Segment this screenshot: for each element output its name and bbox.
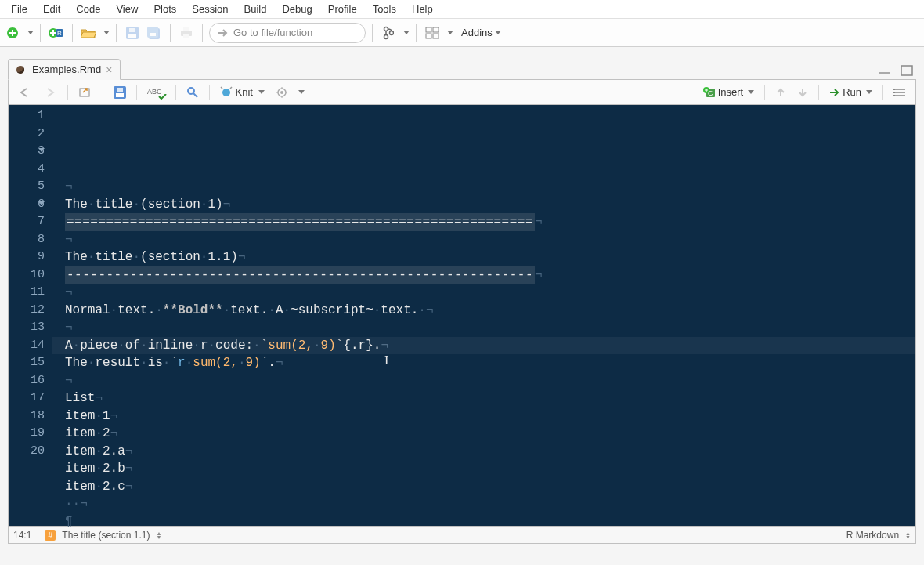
close-tab-icon[interactable]: ×: [106, 64, 112, 75]
svg-rect-2: [9, 32, 16, 34]
nav-forward-button[interactable]: [40, 84, 60, 101]
file-type-label[interactable]: R Markdown: [846, 530, 899, 541]
line-number[interactable]: 9: [9, 248, 45, 266]
line-number[interactable]: 15: [9, 354, 45, 372]
outline-updown-icon[interactable]: ▲▼: [156, 531, 161, 539]
run-prev-chunks-button[interactable]: [772, 84, 789, 101]
code-line[interactable]: ========================================…: [65, 213, 915, 231]
code-line[interactable]: ¬: [65, 178, 915, 196]
goto-file-function-input[interactable]: Go to file/function: [209, 23, 366, 43]
save-all-button[interactable]: [145, 24, 164, 42]
menu-file[interactable]: File: [3, 2, 35, 16]
find-replace-button[interactable]: [183, 84, 202, 101]
new-file-dropdown-icon[interactable]: [27, 31, 34, 34]
panes-dropdown-icon[interactable]: [447, 31, 453, 34]
line-number[interactable]: 4: [9, 161, 45, 179]
open-recent-dropdown-icon[interactable]: [103, 31, 110, 34]
svg-rect-26: [80, 89, 89, 96]
insert-chunk-button[interactable]: C Insert: [700, 84, 758, 101]
line-number[interactable]: 5: [9, 178, 45, 196]
outline-current-section[interactable]: The title (section 1.1): [62, 530, 150, 541]
menu-view[interactable]: View: [108, 2, 146, 16]
addins-menu[interactable]: Addins: [457, 23, 506, 43]
code-line[interactable]: The·result·is·`r·sum(2,·9)`.¬: [65, 354, 915, 372]
code-line[interactable]: Normal·text.·**Bold**·text.·A·~subscript…: [65, 302, 915, 320]
line-number[interactable]: 18: [9, 407, 45, 426]
code-line[interactable]: ¬: [65, 231, 915, 249]
maximize-pane-icon[interactable]: [897, 61, 916, 80]
show-in-new-window-button[interactable]: [75, 84, 96, 101]
code-area[interactable]: I ¬The·title·(section·1)¬===============…: [52, 105, 915, 526]
menu-plots[interactable]: Plots: [146, 2, 184, 16]
menu-tools[interactable]: Tools: [365, 2, 404, 16]
run-next-chunk-button[interactable]: [794, 84, 811, 101]
menu-profile[interactable]: Profile: [320, 2, 365, 16]
knit-dropdown-icon[interactable]: [258, 90, 265, 94]
save-button[interactable]: [123, 24, 142, 42]
source-editor[interactable]: 1234567891011121314151617181920 I ¬The·t…: [8, 105, 916, 527]
code-line[interactable]: ¶: [65, 513, 915, 531]
new-project-button[interactable]: R: [47, 24, 66, 42]
code-line[interactable]: item·2.a¬: [65, 443, 915, 461]
document-options-button[interactable]: [273, 84, 291, 101]
separator: [136, 85, 137, 100]
code-line[interactable]: The·title·(section·1.1)¬: [65, 248, 915, 266]
line-number[interactable]: 3: [9, 143, 45, 161]
outline-toggle-button[interactable]: [890, 84, 909, 101]
version-control-button[interactable]: [379, 24, 398, 42]
line-number[interactable]: 19: [9, 425, 45, 443]
line-number[interactable]: 11: [9, 284, 45, 302]
line-number[interactable]: 1: [9, 107, 45, 125]
code-line[interactable]: The·title·(section·1)¬: [65, 196, 915, 214]
code-line[interactable]: List¬: [65, 389, 915, 407]
code-line[interactable]: item·2.b¬: [65, 460, 915, 478]
line-number[interactable]: 14: [9, 337, 45, 355]
insert-dropdown-icon[interactable]: [748, 90, 754, 94]
svg-rect-22: [426, 34, 431, 38]
line-number[interactable]: 16: [9, 372, 45, 390]
fold-toggle-icon[interactable]: [38, 148, 45, 152]
options-dropdown-icon[interactable]: [298, 90, 305, 94]
vcs-dropdown-icon[interactable]: [403, 31, 410, 34]
line-number[interactable]: 17: [9, 389, 45, 407]
line-number-gutter[interactable]: 1234567891011121314151617181920: [9, 105, 52, 526]
panes-button[interactable]: [423, 24, 442, 42]
fold-toggle-icon[interactable]: [38, 201, 45, 205]
line-number[interactable]: 13: [9, 319, 45, 337]
line-number[interactable]: 20: [9, 443, 45, 461]
code-line[interactable]: ¬: [65, 284, 915, 302]
menu-help[interactable]: Help: [404, 2, 441, 16]
tab-examples-rmd[interactable]: Examples.Rmd ×: [8, 59, 121, 80]
nav-back-button[interactable]: [15, 84, 35, 101]
line-number[interactable]: 7: [9, 213, 45, 231]
code-line[interactable]: item·2.c¬: [65, 478, 915, 496]
minimize-pane-icon[interactable]: [875, 61, 894, 80]
new-file-button[interactable]: [3, 24, 22, 42]
filetype-updown-icon[interactable]: ▲▼: [905, 531, 911, 539]
line-number[interactable]: 12: [9, 302, 45, 320]
code-line[interactable]: ··¬: [65, 495, 915, 513]
menu-code[interactable]: Code: [68, 2, 108, 16]
menu-debug[interactable]: Debug: [274, 2, 319, 16]
svg-point-33: [280, 91, 283, 94]
line-number[interactable]: 6: [9, 196, 45, 214]
open-file-button[interactable]: [79, 24, 98, 42]
run-dropdown-icon[interactable]: [866, 90, 872, 94]
separator: [416, 24, 417, 42]
code-line[interactable]: ¬: [65, 319, 915, 337]
print-button[interactable]: [177, 24, 196, 42]
save-document-button[interactable]: [110, 84, 129, 101]
knit-button[interactable]: Knit: [217, 86, 268, 99]
current-line-highlight: [52, 337, 915, 355]
menu-edit[interactable]: Edit: [35, 2, 68, 16]
code-line[interactable]: ¬: [65, 372, 915, 390]
code-line[interactable]: item·1¬: [65, 407, 915, 426]
line-number[interactable]: 2: [9, 125, 45, 143]
code-line[interactable]: ----------------------------------------…: [65, 266, 915, 284]
line-number[interactable]: 8: [9, 231, 45, 249]
menu-build[interactable]: Build: [236, 2, 275, 16]
menu-session[interactable]: Session: [184, 2, 236, 16]
line-number[interactable]: 10: [9, 266, 45, 284]
code-line[interactable]: item·2¬: [65, 425, 915, 443]
run-button[interactable]: Run: [826, 84, 875, 101]
